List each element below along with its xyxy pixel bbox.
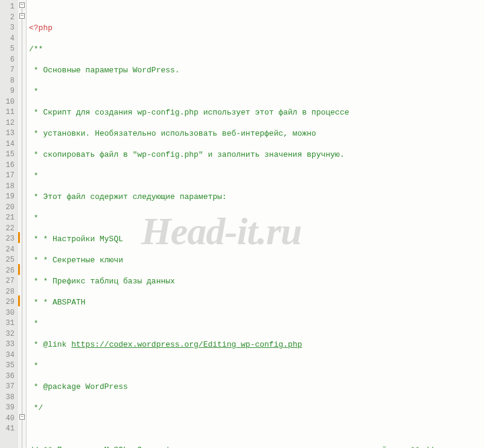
- comment: * Этот файл содержит следующие параметры…: [29, 192, 227, 201]
- line-number: 17: [2, 171, 14, 181]
- code-editor: 1234567891011121314151617181920212223242…: [0, 0, 484, 448]
- comment: *: [29, 213, 39, 222]
- comment: * @link: [29, 340, 71, 349]
- line-number: 6: [2, 55, 14, 66]
- line-number: 12: [2, 118, 14, 129]
- line-number: 5: [2, 44, 14, 55]
- comment: * * Секретные ключи: [29, 256, 123, 265]
- line-number: 3: [2, 23, 14, 34]
- line-number: 41: [2, 424, 14, 435]
- comment: /**: [29, 45, 43, 54]
- line-number: 4: [2, 34, 14, 45]
- line-number: 36: [2, 371, 14, 382]
- comment: * установки. Необязательно использовать …: [29, 129, 316, 138]
- line-number: 13: [2, 128, 14, 139]
- line-number: 35: [2, 361, 14, 371]
- code-area[interactable]: Head-it.ru <?php /** * Основные параметр…: [27, 0, 484, 448]
- comment: * скопировать файл в "wp-config.php" и з…: [29, 150, 345, 159]
- line-number: 33: [2, 339, 14, 350]
- fold-toggle-icon[interactable]: −: [19, 2, 25, 8]
- line-number: 10: [2, 97, 14, 108]
- line-number: 7: [2, 65, 14, 76]
- line-number: 18: [2, 181, 14, 192]
- comment: * Основные параметры WordPress.: [29, 66, 180, 75]
- line-number: 1: [2, 2, 14, 13]
- comment: *: [29, 87, 39, 96]
- line-number: 28: [2, 287, 14, 298]
- comment: */: [29, 403, 43, 412]
- line-number: 2: [2, 13, 14, 24]
- comment: *: [29, 171, 39, 180]
- line-number: 26: [2, 266, 14, 277]
- doc-link[interactable]: https://codex.wordpress.org/Editing_wp-c…: [71, 340, 302, 349]
- line-number: 29: [2, 297, 14, 308]
- comment: * * ABSPATH: [29, 298, 86, 307]
- comment: * @package WordPress: [29, 382, 128, 391]
- line-number: 39: [2, 403, 14, 414]
- fold-toggle-icon[interactable]: −: [19, 414, 25, 420]
- line-number: 24: [2, 245, 14, 256]
- comment: * * Настройки MySQL: [29, 235, 123, 244]
- line-number: 23: [2, 234, 14, 245]
- line-number: 40: [2, 414, 14, 424]
- comment: *: [29, 319, 39, 328]
- line-number: 25: [2, 255, 14, 266]
- php-open-tag: <?php: [29, 24, 53, 33]
- line-number: 30: [2, 308, 14, 319]
- line-number: 38: [2, 393, 14, 403]
- line-number: 27: [2, 276, 14, 287]
- line-number: 19: [2, 192, 14, 203]
- line-number: 31: [2, 318, 14, 329]
- line-number: 34: [2, 350, 14, 361]
- line-number: 14: [2, 139, 14, 150]
- comment: // ** Параметры MySQL: Эту информацию мо…: [29, 446, 434, 448]
- line-number: 9: [2, 86, 14, 97]
- comment: * * Префикс таблиц базы данных: [29, 277, 175, 286]
- line-number: 37: [2, 382, 14, 393]
- line-number: 15: [2, 150, 14, 160]
- line-number: 8: [2, 76, 14, 87]
- line-number: 32: [2, 329, 14, 340]
- fold-column: − − −: [18, 0, 27, 448]
- line-number: 22: [2, 224, 14, 235]
- line-number-gutter: 1234567891011121314151617181920212223242…: [0, 0, 18, 448]
- line-number: 11: [2, 107, 14, 118]
- comment: * Скрипт для создания wp-config.php испо…: [29, 108, 349, 117]
- line-number: 21: [2, 213, 14, 224]
- fold-toggle-icon[interactable]: −: [19, 13, 25, 19]
- comment: *: [29, 361, 39, 370]
- line-number: 20: [2, 203, 14, 213]
- line-number: 16: [2, 160, 14, 171]
